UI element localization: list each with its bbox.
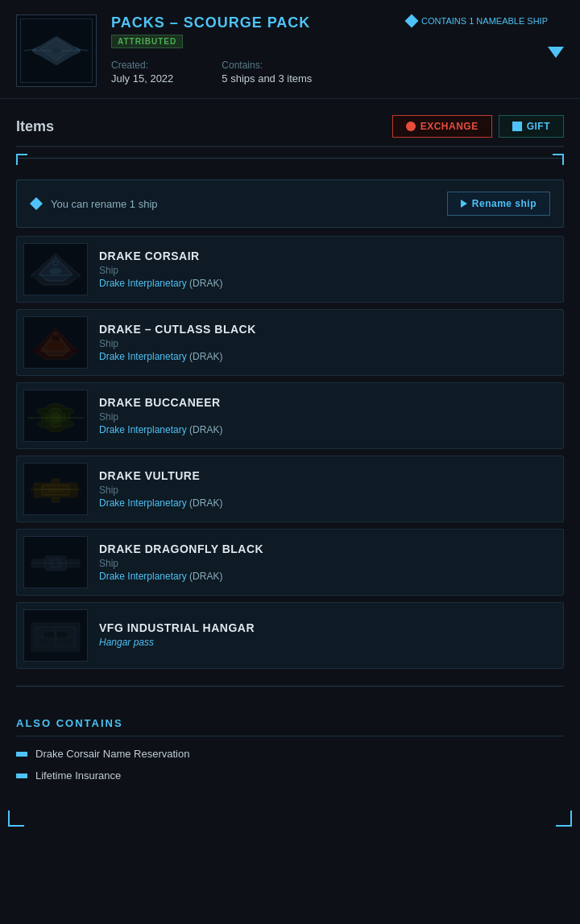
dropdown-arrow-icon[interactable] bbox=[548, 47, 564, 58]
also-item-label: Lifetime Insurance bbox=[35, 769, 121, 782]
rename-banner: You can rename 1 ship Rename ship bbox=[16, 179, 564, 228]
svg-rect-47 bbox=[44, 631, 55, 639]
svg-point-27 bbox=[37, 421, 50, 427]
rename-button-label: Rename ship bbox=[472, 198, 536, 209]
table-row: DRAKE DRAGONFLY BLACK Ship Drake Interpl… bbox=[16, 529, 564, 596]
table-row: DRAKE – CUTLASS BLACK Ship Drake Interpl… bbox=[16, 309, 564, 376]
bullet-icon bbox=[16, 773, 27, 778]
diamond-icon bbox=[405, 14, 419, 28]
items-header: Items Exchange Gift bbox=[16, 107, 564, 147]
item-thumbnail bbox=[23, 316, 88, 369]
item-type: Ship bbox=[99, 411, 553, 423]
item-type: Hangar pass bbox=[99, 637, 553, 648]
list-item: Drake Corsair Name Reservation bbox=[16, 748, 564, 760]
rename-message: You can rename 1 ship bbox=[51, 198, 158, 210]
item-info: VFG INDUSTRIAL HANGAR Hangar pass bbox=[99, 621, 553, 650]
item-manufacturer: Drake Interplanetary (DRAK) bbox=[99, 424, 553, 435]
rename-diamond-icon bbox=[30, 197, 43, 210]
item-type: Ship bbox=[99, 485, 553, 496]
svg-rect-36 bbox=[52, 497, 60, 502]
svg-marker-38 bbox=[27, 561, 31, 566]
created-group: Created: July 15, 2022 bbox=[111, 60, 173, 85]
item-info: DRAKE VULTURE Ship Drake Interplanetary … bbox=[99, 469, 553, 509]
svg-marker-31 bbox=[77, 486, 82, 493]
item-manufacturer: Drake Interplanetary (DRAK) bbox=[99, 497, 553, 509]
svg-marker-18 bbox=[29, 348, 40, 353]
items-section: Items Exchange Gift You can ren bbox=[0, 107, 580, 693]
exchange-label: Exchange bbox=[420, 121, 478, 132]
bottom-corner-right-icon bbox=[556, 811, 572, 827]
table-row: VFG INDUSTRIAL HANGAR Hangar pass bbox=[16, 602, 564, 669]
pack-title: PACKS – SCOURGE PACK bbox=[111, 14, 310, 31]
item-type: Ship bbox=[99, 338, 553, 349]
nameable-text: CONTAINS 1 NAMEABLE SHIP bbox=[421, 16, 548, 26]
item-thumbnail bbox=[23, 390, 88, 442]
item-name: VFG INDUSTRIAL HANGAR bbox=[99, 621, 553, 634]
svg-rect-20 bbox=[52, 335, 60, 341]
item-info: DRAKE CORSAIR Ship Drake Interplanetary … bbox=[99, 250, 553, 289]
table-row: DRAKE VULTURE Ship Drake Interplanetary … bbox=[16, 456, 564, 522]
svg-point-25 bbox=[37, 408, 50, 415]
also-item-label: Drake Corsair Name Reservation bbox=[35, 748, 189, 760]
svg-marker-30 bbox=[29, 486, 34, 493]
item-thumbnail bbox=[23, 609, 88, 662]
bullet-icon bbox=[16, 752, 27, 757]
item-thumbnail bbox=[23, 536, 88, 588]
item-type: Ship bbox=[99, 265, 553, 276]
item-info: DRAKE DRAGONFLY BLACK Ship Drake Interpl… bbox=[99, 542, 553, 582]
item-info: DRAKE – CUTLASS BLACK Ship Drake Interpl… bbox=[99, 323, 553, 362]
svg-point-16 bbox=[48, 342, 64, 350]
rename-text: You can rename 1 ship bbox=[30, 197, 158, 210]
svg-marker-39 bbox=[80, 561, 84, 566]
item-manufacturer: Drake Interplanetary (DRAK) bbox=[99, 351, 553, 362]
main-container: PACKS – SCOURGE PACK ATTRIBUTED CONTAINS… bbox=[0, 0, 580, 924]
item-manufacturer: Drake Interplanetary (DRAK) bbox=[99, 571, 553, 582]
pack-thumbnail bbox=[16, 14, 97, 87]
top-corner-left-deco bbox=[16, 154, 27, 165]
pack-header: PACKS – SCOURGE PACK ATTRIBUTED CONTAINS… bbox=[0, 0, 580, 99]
svg-rect-35 bbox=[52, 479, 60, 485]
list-item: Lifetime Insurance bbox=[16, 769, 564, 782]
svg-point-26 bbox=[61, 408, 74, 415]
also-contains-section: ALSO CONTAINS Drake Corsair Name Reserva… bbox=[0, 701, 580, 807]
play-icon bbox=[461, 200, 467, 208]
contains-group: Contains: 5 ships and 3 items bbox=[222, 60, 312, 85]
rename-ship-button[interactable]: Rename ship bbox=[447, 192, 550, 216]
table-row: DRAKE BUCCANEER Ship Drake Interplanetar… bbox=[16, 382, 564, 449]
item-name: DRAKE BUCCANEER bbox=[99, 396, 553, 409]
exchange-button[interactable]: Exchange bbox=[392, 115, 492, 138]
nameable-badge: CONTAINS 1 NAMEABLE SHIP bbox=[407, 16, 548, 26]
gift-label: Gift bbox=[527, 121, 550, 132]
item-type: Ship bbox=[99, 558, 553, 569]
svg-point-4 bbox=[52, 48, 61, 53]
pack-info: PACKS – SCOURGE PACK ATTRIBUTED CONTAINS… bbox=[111, 14, 548, 85]
item-name: DRAKE CORSAIR bbox=[99, 250, 553, 262]
pack-badge: ATTRIBUTED bbox=[111, 35, 183, 48]
item-name: DRAKE – CUTLASS BLACK bbox=[99, 323, 553, 336]
header-actions: Exchange Gift bbox=[392, 115, 564, 138]
svg-point-9 bbox=[49, 268, 62, 274]
item-manufacturer: Drake Interplanetary (DRAK) bbox=[99, 278, 553, 289]
also-contains-title: ALSO CONTAINS bbox=[16, 717, 564, 736]
svg-marker-19 bbox=[71, 348, 82, 353]
gift-icon bbox=[512, 122, 522, 131]
pack-meta: Created: July 15, 2022 Contains: 5 ships… bbox=[111, 60, 548, 85]
bottom-corner-left-icon bbox=[8, 811, 24, 827]
created-label: Created: bbox=[111, 60, 173, 71]
item-info: DRAKE BUCCANEER Ship Drake Interplanetar… bbox=[99, 396, 553, 435]
items-list: DRAKE CORSAIR Ship Drake Interplanetary … bbox=[16, 236, 564, 669]
svg-rect-33 bbox=[48, 488, 64, 493]
contains-value: 5 ships and 3 items bbox=[222, 72, 312, 85]
svg-point-28 bbox=[61, 421, 74, 427]
items-title: Items bbox=[16, 118, 54, 135]
item-name: DRAKE DRAGONFLY BLACK bbox=[99, 542, 553, 555]
table-row: DRAKE CORSAIR Ship Drake Interplanetary … bbox=[16, 236, 564, 303]
created-value: July 15, 2022 bbox=[111, 72, 173, 85]
item-thumbnail bbox=[23, 243, 88, 295]
svg-point-13 bbox=[53, 261, 58, 266]
svg-rect-48 bbox=[56, 631, 68, 639]
contains-label: Contains: bbox=[222, 60, 312, 71]
gift-button[interactable]: Gift bbox=[499, 115, 564, 138]
top-corner-right-deco bbox=[553, 154, 564, 165]
item-thumbnail bbox=[23, 463, 88, 515]
